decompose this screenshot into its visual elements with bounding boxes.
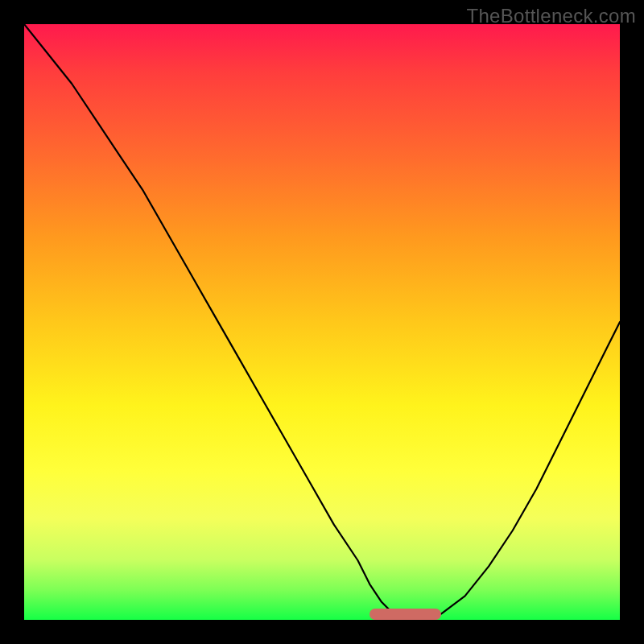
plot-area <box>24 24 620 620</box>
watermark-text: TheBottleneck.com <box>466 5 636 27</box>
bottleneck-curve <box>24 24 620 620</box>
chart-frame: TheBottleneck.com <box>0 0 644 644</box>
trough-highlight <box>369 609 441 620</box>
